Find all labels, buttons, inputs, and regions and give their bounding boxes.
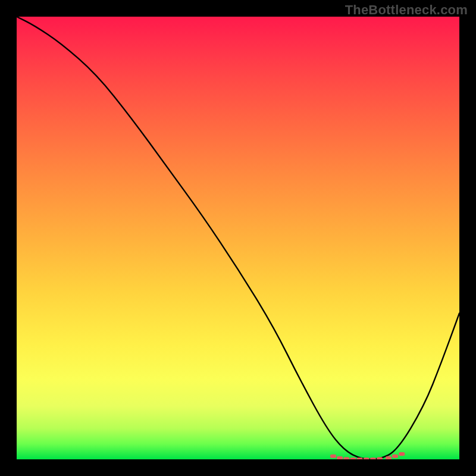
optimal-dot	[399, 452, 405, 456]
optimal-dot	[392, 455, 398, 458]
optimal-dot	[357, 458, 363, 459]
bottleneck-curve-path	[17, 17, 459, 459]
chart-frame: TheBottleneck.com	[0, 0, 476, 476]
watermark-text: TheBottleneck.com	[345, 2, 468, 18]
optimal-dot	[337, 456, 343, 459]
plot-area	[17, 17, 459, 459]
optimal-dot	[370, 458, 376, 459]
optimal-dot-group	[330, 452, 405, 459]
optimal-dot	[350, 458, 356, 459]
optimal-dot	[377, 457, 383, 459]
optimal-dot	[364, 458, 369, 459]
optimal-dot	[386, 456, 392, 459]
curve-layer	[17, 17, 459, 459]
optimal-dot	[343, 457, 349, 459]
optimal-dot	[330, 455, 336, 458]
